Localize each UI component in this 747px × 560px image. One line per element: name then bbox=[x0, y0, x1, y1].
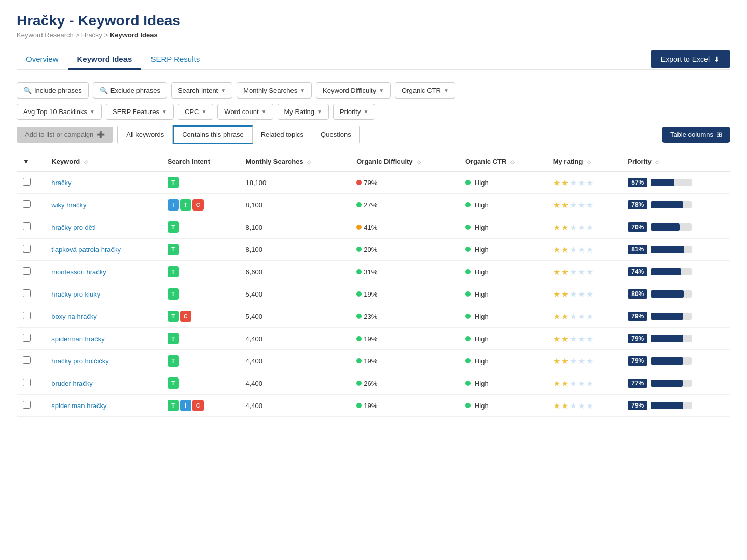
star-empty[interactable]: ★ bbox=[586, 267, 593, 277]
star-filled[interactable]: ★ bbox=[553, 267, 560, 277]
star-empty[interactable]: ★ bbox=[578, 178, 585, 188]
export-excel-button[interactable]: Export to Excel ⬇ bbox=[651, 50, 730, 68]
add-to-campaign-button[interactable]: Add to list or campaign ➕ bbox=[17, 127, 113, 143]
keyword-link[interactable]: boxy na hračky bbox=[51, 313, 96, 320]
star-filled[interactable]: ★ bbox=[561, 312, 569, 321]
keyword-link[interactable]: hračky pro děti bbox=[51, 223, 95, 231]
row-checkbox[interactable] bbox=[23, 245, 31, 253]
star-empty[interactable]: ★ bbox=[570, 401, 577, 411]
keyword-link[interactable]: wiky hračky bbox=[51, 201, 86, 209]
star-empty[interactable]: ★ bbox=[570, 289, 577, 299]
row-checkbox[interactable] bbox=[23, 200, 31, 208]
keyword-link[interactable]: hračky pro holčičky bbox=[51, 357, 109, 365]
tab-serp-results[interactable]: SERP Results bbox=[141, 49, 209, 70]
ctr-cell: High bbox=[459, 261, 547, 283]
star-filled[interactable]: ★ bbox=[553, 245, 560, 255]
filter-serp-features[interactable]: SERP Features ▼ bbox=[106, 104, 174, 120]
tab-questions[interactable]: Questions bbox=[312, 125, 359, 144]
star-empty[interactable]: ★ bbox=[578, 222, 585, 232]
keyword-link[interactable]: hračky pro kluky bbox=[51, 290, 100, 298]
star-empty[interactable]: ★ bbox=[578, 245, 585, 255]
star-filled[interactable]: ★ bbox=[553, 312, 560, 321]
star-empty[interactable]: ★ bbox=[578, 200, 585, 210]
filter-keyword-difficulty[interactable]: Keyword Difficulty ▼ bbox=[316, 82, 391, 99]
star-filled[interactable]: ★ bbox=[561, 245, 569, 255]
star-empty[interactable]: ★ bbox=[586, 200, 593, 210]
filter-my-rating[interactable]: My Rating ▼ bbox=[278, 104, 329, 120]
star-empty[interactable]: ★ bbox=[586, 178, 593, 188]
row-checkbox[interactable] bbox=[23, 334, 31, 342]
star-filled[interactable]: ★ bbox=[561, 334, 569, 344]
row-checkbox[interactable] bbox=[23, 178, 31, 186]
star-filled[interactable]: ★ bbox=[561, 356, 569, 366]
tab-contains-phrase[interactable]: Contains this phrase bbox=[173, 125, 253, 144]
star-filled[interactable]: ★ bbox=[561, 379, 569, 388]
star-empty[interactable]: ★ bbox=[570, 356, 577, 366]
star-filled[interactable]: ★ bbox=[561, 267, 569, 277]
star-empty[interactable]: ★ bbox=[570, 200, 577, 210]
star-empty[interactable]: ★ bbox=[578, 401, 585, 411]
tab-overview[interactable]: Overview bbox=[17, 49, 68, 70]
row-checkbox[interactable] bbox=[23, 289, 31, 297]
star-filled[interactable]: ★ bbox=[561, 178, 569, 188]
keyword-link[interactable]: spiderman hračky bbox=[51, 335, 105, 343]
filter-avg-backlinks[interactable]: Avg Top 10 Backlinks ▼ bbox=[17, 104, 102, 120]
star-filled[interactable]: ★ bbox=[553, 379, 560, 388]
table-columns-button[interactable]: Table columns ⊞ bbox=[662, 127, 730, 143]
star-empty[interactable]: ★ bbox=[570, 312, 577, 321]
star-filled[interactable]: ★ bbox=[553, 356, 560, 366]
row-checkbox[interactable] bbox=[23, 222, 31, 230]
row-checkbox[interactable] bbox=[23, 267, 31, 275]
row-checkbox[interactable] bbox=[23, 401, 31, 409]
star-empty[interactable]: ★ bbox=[586, 222, 593, 232]
star-empty[interactable]: ★ bbox=[586, 289, 593, 299]
star-empty[interactable]: ★ bbox=[570, 334, 577, 344]
star-filled[interactable]: ★ bbox=[553, 401, 560, 411]
filter-exclude-phrases[interactable]: 🔍 Exclude phrases bbox=[93, 82, 167, 99]
star-filled[interactable]: ★ bbox=[553, 289, 560, 299]
star-empty[interactable]: ★ bbox=[586, 401, 593, 411]
filter-monthly-searches[interactable]: Monthly Searches ▼ bbox=[237, 82, 312, 99]
star-filled[interactable]: ★ bbox=[553, 200, 560, 210]
star-empty[interactable]: ★ bbox=[578, 334, 585, 344]
row-checkbox[interactable] bbox=[23, 312, 31, 319]
star-filled[interactable]: ★ bbox=[561, 289, 569, 299]
star-empty[interactable]: ★ bbox=[586, 245, 593, 255]
star-empty[interactable]: ★ bbox=[570, 222, 577, 232]
keyword-link[interactable]: spider man hračky bbox=[51, 402, 106, 410]
star-empty[interactable]: ★ bbox=[586, 379, 593, 388]
star-filled[interactable]: ★ bbox=[561, 222, 569, 232]
star-empty[interactable]: ★ bbox=[578, 356, 585, 366]
tab-keyword-ideas[interactable]: Keyword Ideas bbox=[68, 49, 142, 70]
star-filled[interactable]: ★ bbox=[553, 178, 560, 188]
star-empty[interactable]: ★ bbox=[570, 245, 577, 255]
star-filled[interactable]: ★ bbox=[561, 401, 569, 411]
star-empty[interactable]: ★ bbox=[586, 356, 593, 366]
star-filled[interactable]: ★ bbox=[553, 222, 560, 232]
keyword-link[interactable]: montessori hračky bbox=[51, 268, 106, 276]
keyword-link[interactable]: bruder hračky bbox=[51, 380, 92, 387]
filter-word-count[interactable]: Word count ▼ bbox=[217, 104, 273, 120]
filter-organic-ctr[interactable]: Organic CTR ▼ bbox=[395, 82, 455, 99]
row-checkbox[interactable] bbox=[23, 379, 31, 386]
star-empty[interactable]: ★ bbox=[570, 379, 577, 388]
row-checkbox[interactable] bbox=[23, 356, 31, 364]
star-empty[interactable]: ★ bbox=[586, 334, 593, 344]
star-filled[interactable]: ★ bbox=[561, 200, 569, 210]
filter-search-intent[interactable]: Search Intent ▼ bbox=[171, 82, 232, 99]
filter-cpc[interactable]: CPC ▼ bbox=[178, 104, 213, 120]
keyword-link[interactable]: hračky bbox=[51, 179, 71, 187]
tab-all-keywords[interactable]: All keywords bbox=[118, 125, 173, 144]
star-empty[interactable]: ★ bbox=[586, 312, 593, 321]
star-empty[interactable]: ★ bbox=[578, 289, 585, 299]
tab-related-topics[interactable]: Related topics bbox=[253, 125, 312, 144]
filter-include-phrases[interactable]: 🔍 Include phrases bbox=[17, 82, 89, 99]
star-empty[interactable]: ★ bbox=[578, 312, 585, 321]
keyword-link[interactable]: tlapková patrola hračky bbox=[51, 246, 121, 254]
star-empty[interactable]: ★ bbox=[570, 178, 577, 188]
filter-priority[interactable]: Priority ▼ bbox=[333, 104, 375, 120]
star-empty[interactable]: ★ bbox=[570, 267, 577, 277]
star-filled[interactable]: ★ bbox=[553, 334, 560, 344]
star-empty[interactable]: ★ bbox=[578, 379, 585, 388]
star-empty[interactable]: ★ bbox=[578, 267, 585, 277]
